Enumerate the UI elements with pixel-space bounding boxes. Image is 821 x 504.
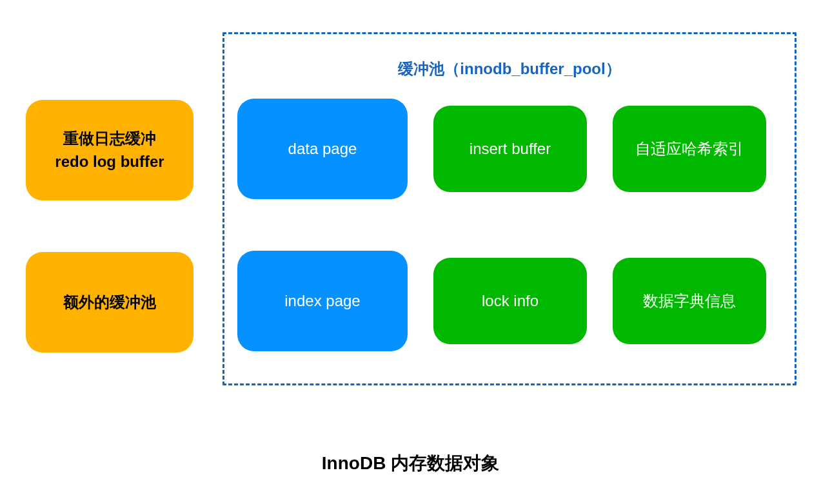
extra-buffer-pool-box: 额外的缓冲池 bbox=[26, 252, 193, 353]
redo-log-buffer-box: 重做日志缓冲 redo log buffer bbox=[26, 100, 193, 200]
data-dictionary-label: 数据字典信息 bbox=[643, 289, 736, 313]
insert-buffer-box: insert buffer bbox=[433, 106, 587, 192]
lock-info-label: lock info bbox=[482, 289, 539, 313]
index-page-label: index page bbox=[284, 289, 360, 313]
left-column: 重做日志缓冲 redo log buffer 额外的缓冲池 bbox=[26, 100, 193, 353]
diagram-title: InnoDB 内存数据对象 bbox=[0, 451, 821, 476]
index-page-box: index page bbox=[237, 251, 408, 351]
data-page-box: data page bbox=[237, 99, 408, 199]
lock-info-box: lock info bbox=[433, 258, 587, 344]
redo-log-buffer-label-en: redo log buffer bbox=[55, 150, 164, 173]
data-dictionary-box: 数据字典信息 bbox=[613, 258, 766, 344]
pool-grid: data page insert buffer 自适应哈希索引 index pa… bbox=[237, 99, 782, 363]
data-page-label: data page bbox=[288, 137, 357, 160]
adaptive-hash-index-box: 自适应哈希索引 bbox=[613, 106, 766, 192]
extra-buffer-pool-label: 额外的缓冲池 bbox=[63, 291, 156, 314]
insert-buffer-label: insert buffer bbox=[470, 137, 551, 160]
pool-row-1: data page insert buffer 自适应哈希索引 bbox=[237, 99, 782, 199]
redo-log-buffer-label-cn: 重做日志缓冲 bbox=[63, 127, 156, 150]
adaptive-hash-index-label: 自适应哈希索引 bbox=[635, 137, 744, 160]
buffer-pool-container: 缓冲池（innodb_buffer_pool） data page insert… bbox=[223, 32, 796, 385]
pool-row-2: index page lock info 数据字典信息 bbox=[237, 251, 782, 351]
buffer-pool-title: 缓冲池（innodb_buffer_pool） bbox=[237, 59, 782, 79]
